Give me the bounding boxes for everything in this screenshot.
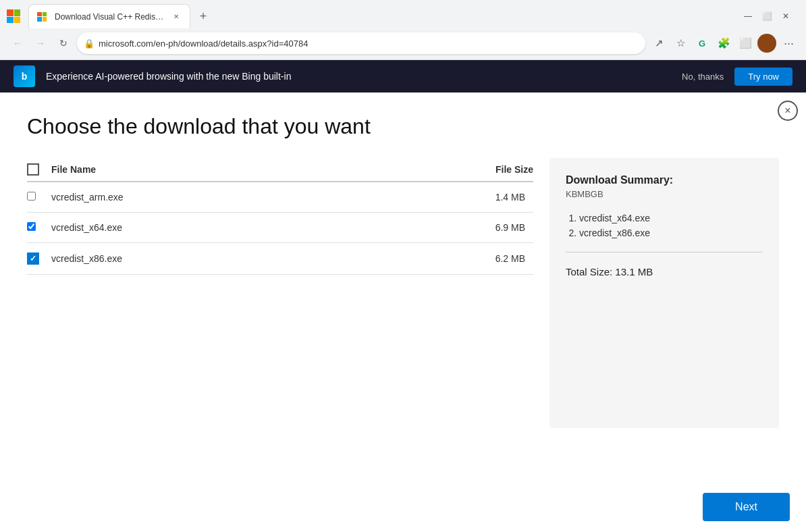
address-bar-wrap: 🔒 [77,32,645,54]
forward-button[interactable]: → [31,34,50,53]
refresh-button[interactable]: ↻ [54,34,73,53]
tab-favicon [37,12,47,22]
next-button[interactable]: Next [703,493,790,521]
new-tab-button[interactable]: + [193,6,213,26]
address-input[interactable] [77,32,645,54]
title-bar: Download Visual C++ Redistribu... ✕ + — … [0,0,806,28]
ms-logo [7,9,20,23]
filesize-header: File Size [378,158,533,182]
table-row: vcredist_x64.exe 6.9 MB [27,213,533,243]
filesize-cell: 6.9 MB [378,213,533,243]
browser-chrome: Download Visual C++ Redistribu... ✕ + — … [0,0,806,60]
table-row: vcredist_arm.exe 1.4 MB [27,182,533,213]
filename-cell: vcredist_arm.exe [51,182,378,213]
summary-list: vcredist_x64.exe vcredist_x86.exe [566,213,763,238]
content-area: × Choose the download that you want File… [0,92,806,532]
list-item: vcredist_x86.exe [579,228,763,238]
user-avatar[interactable] [757,34,776,53]
banner-text: Experience AI-powered browsing with the … [46,71,671,82]
filename-cell: vcredist_x86.exe [51,243,378,275]
main-layout: File Name File Size vcredist_arm.exe 1.4… [27,158,779,428]
menu-icon[interactable]: ⋯ [779,34,798,53]
file-checkbox-x64[interactable] [27,222,36,231]
window-controls [7,9,23,23]
summary-panel: Download Summary: KBMBGB vcredist_x64.ex… [549,158,779,428]
grammarly-icon[interactable]: G [693,34,711,53]
file-list-section: File Name File Size vcredist_arm.exe 1.4… [27,158,533,428]
dialog-close-button[interactable]: × [778,101,798,121]
lock-icon: 🔒 [84,38,95,49]
file-checkbox-x86-dashed[interactable] [27,252,39,265]
back-button[interactable]: ← [8,34,27,53]
extensions-icon[interactable]: 🧩 [714,34,733,53]
page-title: Choose the download that you want [27,114,779,139]
tab-bar: Download Visual C++ Redistribu... ✕ + [28,4,213,28]
no-thanks-button[interactable]: No, thanks [682,72,724,82]
window-close-icon[interactable]: ✕ [778,8,794,24]
tab-close-icon[interactable]: ✕ [171,11,182,22]
favorites-icon[interactable]: ☆ [671,34,690,53]
total-size: Total Size: 13.1 MB [566,266,763,277]
filename-cell: vcredist_x64.exe [51,213,378,243]
filename-header: File Name [51,158,378,182]
bing-logo: b [14,65,35,87]
filesize-cell: 1.4 MB [378,182,533,213]
try-now-button[interactable]: Try now [734,68,792,86]
bing-banner: b Experience AI-powered browsing with th… [0,60,806,92]
tab-title: Download Visual C++ Redistribu... [55,12,165,22]
summary-divider [566,252,763,252]
window-buttons: — ⬜ ✕ [213,8,799,24]
filesize-cell: 6.2 MB [378,243,533,275]
address-bar-row: ← → ↻ 🔒 ↗ ☆ G 🧩 ⬜ ⋯ [0,28,806,59]
window-restore-icon[interactable]: ⬜ [759,8,775,24]
list-item: vcredist_x64.exe [579,213,763,223]
file-table: File Name File Size vcredist_arm.exe 1.4… [27,158,533,275]
select-all-checkbox[interactable] [27,163,39,176]
share-icon[interactable]: ↗ [649,34,668,53]
window-collapse-icon[interactable]: — [740,8,756,24]
split-view-icon[interactable]: ⬜ [736,34,755,53]
file-checkbox-arm[interactable] [27,192,36,201]
bottom-bar: Next [0,482,806,532]
toolbar-icons: ↗ ☆ G 🧩 ⬜ ⋯ [649,34,798,53]
summary-subtitle: KBMBGB [566,189,763,199]
summary-title: Download Summary: [566,174,763,186]
active-tab[interactable]: Download Visual C++ Redistribu... ✕ [28,4,190,28]
table-row: vcredist_x86.exe 6.2 MB [27,243,533,275]
